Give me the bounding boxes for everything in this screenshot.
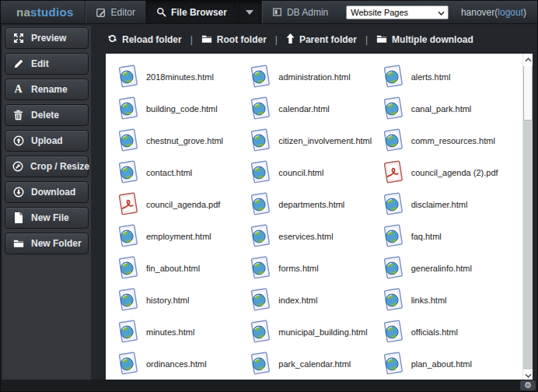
file-item[interactable]: faq.html — [382, 220, 514, 252]
html-file-globe-icon — [117, 96, 139, 121]
db-admin-button[interactable]: DB Admin — [262, 1, 338, 23]
logo-part-studios: studios — [30, 5, 73, 19]
root-folder-button[interactable]: Root folder — [201, 34, 267, 46]
file-item[interactable]: park_calendar.html — [249, 348, 381, 380]
file-item[interactable]: building_code.html — [117, 93, 249, 124]
folder-toolbar: Reload folder | Root folder | Parent fol… — [107, 31, 529, 48]
file-item[interactable]: 2018minutes.html — [117, 61, 249, 93]
file-item[interactable]: municipal_building.html — [249, 316, 381, 348]
html-file-globe-icon — [249, 128, 271, 153]
scrollbar-thumb[interactable] — [523, 66, 533, 121]
file-name-label: contact.html — [146, 168, 192, 177]
upload-button[interactable]: Upload — [5, 130, 89, 152]
new-file-icon — [12, 212, 24, 223]
file-item[interactable]: disclaimer.html — [382, 188, 514, 220]
reload-folder-button[interactable]: Reload folder — [107, 33, 182, 46]
file-item[interactable]: links.html — [382, 284, 514, 316]
file-name-label: calendar.html — [278, 104, 329, 114]
file-item[interactable]: eservices.html — [249, 220, 381, 252]
edit-button[interactable]: Edit — [5, 53, 89, 75]
delete-button-label: Delete — [31, 110, 59, 121]
file-item[interactable]: contact.html — [117, 156, 249, 188]
file-name-label: municipal_building.html — [278, 327, 367, 337]
user-session-info: hanover (logout) — [461, 1, 537, 23]
file-item[interactable]: council_agenda (2).pdf — [382, 156, 514, 188]
logout-link[interactable]: logout — [498, 7, 523, 18]
gear-icon[interactable]: ⚙ — [520, 380, 536, 390]
app-logo: nastudios — [1, 1, 85, 23]
html-file-globe-icon — [117, 223, 139, 249]
file-browser-button[interactable]: File Browser — [146, 1, 237, 23]
file-name-label: eservices.html — [278, 232, 333, 241]
file-item[interactable]: minutes.html — [117, 316, 249, 348]
file-grid: 2018minutes.html administration.html — [117, 61, 514, 380]
editor-button[interactable]: Editor — [86, 1, 145, 23]
file-name-label: officials.html — [411, 327, 458, 337]
file-item[interactable]: council_agenda.pdf — [117, 188, 249, 220]
html-file-globe-icon — [249, 191, 271, 217]
root-folder-label: Root folder — [217, 34, 267, 45]
search-icon — [156, 7, 166, 17]
file-item[interactable]: history.html — [117, 284, 249, 316]
file-item[interactable]: calendar.html — [249, 93, 381, 124]
file-name-label: departments.html — [278, 200, 344, 209]
file-item[interactable]: administration.html — [249, 61, 381, 93]
topbar-spacer — [449, 1, 461, 23]
html-file-globe-icon — [249, 223, 271, 249]
file-item[interactable]: fin_about.html — [117, 252, 249, 284]
file-item[interactable]: council.html — [249, 156, 381, 188]
multiple-download-button[interactable]: Multiple download — [376, 34, 473, 46]
html-file-globe-icon — [382, 191, 404, 217]
file-item[interactable]: ordinances.html — [117, 348, 249, 380]
file-name-label: park_calendar.html — [278, 359, 351, 369]
pdf-file-icon — [117, 191, 139, 217]
new-folder-button[interactable]: New Folder — [5, 233, 89, 254]
parent-folder-button[interactable]: Parent folder — [286, 33, 357, 46]
file-name-label: history.html — [146, 296, 189, 305]
file-name-label: alerts.html — [411, 72, 451, 82]
html-file-globe-icon — [382, 255, 404, 281]
file-name-label: index.html — [278, 296, 317, 305]
new-file-button[interactable]: New File — [5, 207, 89, 229]
preview-button-label: Preview — [31, 33, 66, 44]
file-name-label: employment.html — [146, 232, 211, 241]
trash-icon — [12, 110, 24, 121]
html-file-globe-icon — [382, 64, 404, 89]
file-name-label: council_agenda (2).pdf — [411, 168, 498, 177]
file-item[interactable]: citizen_involvement.html — [249, 124, 381, 156]
scroll-up-button[interactable] — [523, 54, 533, 66]
file-item[interactable]: employment.html — [117, 220, 249, 252]
file-name-label: building_code.html — [146, 104, 218, 114]
page-category-select-value: Website Pages — [351, 8, 438, 17]
file-item[interactable]: comm_resources.html — [382, 124, 514, 156]
file-name-label: generalinfo.html — [411, 264, 472, 273]
crop-resize-button[interactable]: Crop / Resize — [5, 156, 89, 177]
file-item[interactable]: forms.html — [249, 252, 381, 284]
download-button-label: Download — [31, 187, 75, 198]
preview-button[interactable]: Preview — [5, 27, 89, 49]
parent-folder-label: Parent folder — [299, 34, 357, 45]
folder-icon — [376, 34, 387, 46]
vertical-scrollbar[interactable] — [522, 54, 533, 382]
file-item[interactable]: officials.html — [382, 316, 514, 348]
file-item[interactable]: index.html — [249, 284, 381, 316]
file-item[interactable]: canal_park.html — [382, 93, 514, 124]
file-item[interactable]: plan_about.html — [382, 348, 514, 380]
file-name-label: fin_about.html — [146, 264, 200, 273]
db-admin-button-label: DB Admin — [287, 7, 328, 18]
compose-pencil-icon — [96, 7, 107, 18]
new-folder-button-label: New Folder — [31, 238, 82, 249]
page-category-select[interactable]: Website Pages — [346, 5, 449, 19]
file-browser-dropdown-button[interactable] — [238, 1, 261, 23]
file-name-label: forms.html — [278, 264, 318, 273]
file-name-label: council_agenda.pdf — [146, 200, 220, 209]
file-item[interactable]: alerts.html — [382, 61, 514, 93]
rename-button[interactable]: A Rename — [5, 79, 89, 100]
file-item[interactable]: generalinfo.html — [382, 252, 514, 284]
refresh-icon — [107, 33, 117, 46]
letter-a-icon: A — [12, 84, 24, 95]
download-button[interactable]: Download — [5, 181, 89, 203]
file-item[interactable]: chestnut_grove.html — [117, 124, 249, 156]
file-item[interactable]: departments.html — [249, 188, 381, 220]
delete-button[interactable]: Delete — [5, 104, 89, 126]
